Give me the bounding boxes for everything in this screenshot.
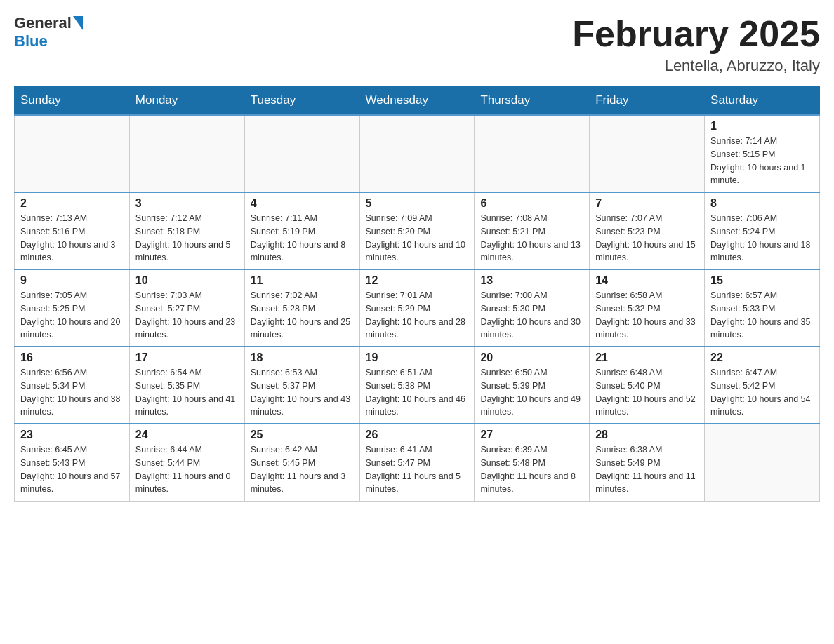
day-number: 25 xyxy=(251,429,354,441)
day-info: Sunrise: 6:51 AMSunset: 5:38 PMDaylight:… xyxy=(366,366,469,419)
calendar-cell xyxy=(705,424,820,501)
day-info: Sunrise: 6:50 AMSunset: 5:39 PMDaylight:… xyxy=(480,366,583,419)
calendar-cell: 23Sunrise: 6:45 AMSunset: 5:43 PMDayligh… xyxy=(15,424,130,501)
calendar-cell: 2Sunrise: 7:13 AMSunset: 5:16 PMDaylight… xyxy=(15,192,130,269)
day-number: 18 xyxy=(251,351,354,364)
day-info: Sunrise: 7:06 AMSunset: 5:24 PMDaylight:… xyxy=(710,212,814,264)
calendar-table: SundayMondayTuesdayWednesdayThursdayFrid… xyxy=(14,86,820,502)
day-number: 14 xyxy=(595,274,699,287)
title-block: February 2025 Lentella, Abruzzo, Italy xyxy=(572,14,820,75)
weekday-header-friday: Friday xyxy=(590,86,705,115)
day-info: Sunrise: 7:05 AMSunset: 5:25 PMDaylight:… xyxy=(20,289,124,342)
day-number: 21 xyxy=(595,351,699,364)
calendar-cell xyxy=(475,115,590,192)
day-number: 6 xyxy=(480,197,583,210)
month-title: February 2025 xyxy=(572,14,820,54)
day-info: Sunrise: 6:56 AMSunset: 5:34 PMDaylight:… xyxy=(20,366,124,419)
weekday-header-thursday: Thursday xyxy=(475,86,590,115)
calendar-cell: 26Sunrise: 6:41 AMSunset: 5:47 PMDayligh… xyxy=(359,424,475,501)
day-info: Sunrise: 6:53 AMSunset: 5:37 PMDaylight:… xyxy=(251,366,354,419)
day-number: 5 xyxy=(366,197,469,210)
weekday-header-monday: Monday xyxy=(129,86,244,115)
calendar-cell: 6Sunrise: 7:08 AMSunset: 5:21 PMDaylight… xyxy=(475,192,590,269)
calendar-cell: 8Sunrise: 7:06 AMSunset: 5:24 PMDaylight… xyxy=(705,192,820,269)
calendar-cell: 16Sunrise: 6:56 AMSunset: 5:34 PMDayligh… xyxy=(15,347,130,424)
day-number: 3 xyxy=(135,197,239,210)
weekday-header-row: SundayMondayTuesdayWednesdayThursdayFrid… xyxy=(15,86,820,115)
calendar-cell xyxy=(244,115,359,192)
day-info: Sunrise: 6:41 AMSunset: 5:47 PMDaylight:… xyxy=(366,443,469,496)
calendar-cell: 7Sunrise: 7:07 AMSunset: 5:23 PMDaylight… xyxy=(590,192,705,269)
day-number: 7 xyxy=(595,197,699,210)
calendar-cell: 11Sunrise: 7:02 AMSunset: 5:28 PMDayligh… xyxy=(244,269,359,347)
calendar-cell: 25Sunrise: 6:42 AMSunset: 5:45 PMDayligh… xyxy=(244,424,359,501)
day-info: Sunrise: 7:02 AMSunset: 5:28 PMDaylight:… xyxy=(251,289,354,342)
day-info: Sunrise: 7:13 AMSunset: 5:16 PMDaylight:… xyxy=(20,212,124,264)
day-info: Sunrise: 6:57 AMSunset: 5:33 PMDaylight:… xyxy=(710,289,814,342)
weekday-header-tuesday: Tuesday xyxy=(244,86,359,115)
weekday-header-saturday: Saturday xyxy=(705,86,820,115)
day-number: 13 xyxy=(480,274,583,287)
calendar-week-row: 16Sunrise: 6:56 AMSunset: 5:34 PMDayligh… xyxy=(15,347,820,424)
day-info: Sunrise: 6:42 AMSunset: 5:45 PMDaylight:… xyxy=(251,443,354,496)
calendar-cell xyxy=(15,115,130,192)
day-number: 28 xyxy=(595,429,699,441)
logo-blue-text: Blue xyxy=(14,32,48,50)
day-number: 10 xyxy=(135,274,239,287)
calendar-header: SundayMondayTuesdayWednesdayThursdayFrid… xyxy=(15,86,820,115)
day-info: Sunrise: 7:12 AMSunset: 5:18 PMDaylight:… xyxy=(135,212,239,264)
day-info: Sunrise: 7:03 AMSunset: 5:27 PMDaylight:… xyxy=(135,289,239,342)
calendar-cell: 9Sunrise: 7:05 AMSunset: 5:25 PMDaylight… xyxy=(15,269,130,347)
calendar-cell: 4Sunrise: 7:11 AMSunset: 5:19 PMDaylight… xyxy=(244,192,359,269)
day-info: Sunrise: 7:07 AMSunset: 5:23 PMDaylight:… xyxy=(595,212,699,264)
weekday-header-sunday: Sunday xyxy=(15,86,130,115)
day-info: Sunrise: 7:00 AMSunset: 5:30 PMDaylight:… xyxy=(480,289,583,342)
day-number: 26 xyxy=(366,429,469,441)
calendar-cell xyxy=(590,115,705,192)
day-number: 12 xyxy=(366,274,469,287)
weekday-header-wednesday: Wednesday xyxy=(359,86,475,115)
day-number: 4 xyxy=(251,197,354,210)
day-info: Sunrise: 6:39 AMSunset: 5:48 PMDaylight:… xyxy=(480,443,583,496)
day-number: 19 xyxy=(366,351,469,364)
calendar-week-row: 2Sunrise: 7:13 AMSunset: 5:16 PMDaylight… xyxy=(15,192,820,269)
calendar-cell: 20Sunrise: 6:50 AMSunset: 5:39 PMDayligh… xyxy=(475,347,590,424)
calendar-week-row: 1Sunrise: 7:14 AMSunset: 5:15 PMDaylight… xyxy=(15,115,820,192)
day-info: Sunrise: 7:14 AMSunset: 5:15 PMDaylight:… xyxy=(710,135,814,187)
logo: General Blue xyxy=(14,14,84,51)
day-number: 27 xyxy=(480,429,583,441)
day-info: Sunrise: 6:44 AMSunset: 5:44 PMDaylight:… xyxy=(135,443,239,496)
calendar-cell: 10Sunrise: 7:03 AMSunset: 5:27 PMDayligh… xyxy=(129,269,244,347)
day-info: Sunrise: 7:08 AMSunset: 5:21 PMDaylight:… xyxy=(480,212,583,264)
calendar-week-row: 9Sunrise: 7:05 AMSunset: 5:25 PMDaylight… xyxy=(15,269,820,347)
day-info: Sunrise: 6:38 AMSunset: 5:49 PMDaylight:… xyxy=(595,443,699,496)
page-header: General Blue February 2025 Lentella, Abr… xyxy=(14,14,820,75)
logo-general-text: General xyxy=(14,14,72,32)
day-number: 9 xyxy=(20,274,124,287)
calendar-cell: 19Sunrise: 6:51 AMSunset: 5:38 PMDayligh… xyxy=(359,347,475,424)
calendar-cell: 24Sunrise: 6:44 AMSunset: 5:44 PMDayligh… xyxy=(129,424,244,501)
day-number: 24 xyxy=(135,429,239,441)
calendar-cell: 18Sunrise: 6:53 AMSunset: 5:37 PMDayligh… xyxy=(244,347,359,424)
calendar-cell: 21Sunrise: 6:48 AMSunset: 5:40 PMDayligh… xyxy=(590,347,705,424)
day-number: 20 xyxy=(480,351,583,364)
calendar-cell: 12Sunrise: 7:01 AMSunset: 5:29 PMDayligh… xyxy=(359,269,475,347)
day-number: 16 xyxy=(20,351,124,364)
day-number: 17 xyxy=(135,351,239,364)
calendar-cell: 5Sunrise: 7:09 AMSunset: 5:20 PMDaylight… xyxy=(359,192,475,269)
day-number: 1 xyxy=(710,120,814,133)
day-number: 15 xyxy=(710,274,814,287)
calendar-cell: 13Sunrise: 7:00 AMSunset: 5:30 PMDayligh… xyxy=(475,269,590,347)
calendar-cell: 28Sunrise: 6:38 AMSunset: 5:49 PMDayligh… xyxy=(590,424,705,501)
day-number: 22 xyxy=(710,351,814,364)
calendar-cell: 3Sunrise: 7:12 AMSunset: 5:18 PMDaylight… xyxy=(129,192,244,269)
day-number: 11 xyxy=(251,274,354,287)
day-number: 2 xyxy=(20,197,124,210)
day-info: Sunrise: 6:54 AMSunset: 5:35 PMDaylight:… xyxy=(135,366,239,419)
logo-arrow-icon xyxy=(73,16,83,30)
calendar-cell xyxy=(359,115,475,192)
location-subtitle: Lentella, Abruzzo, Italy xyxy=(572,57,820,75)
calendar-week-row: 23Sunrise: 6:45 AMSunset: 5:43 PMDayligh… xyxy=(15,424,820,501)
calendar-cell: 17Sunrise: 6:54 AMSunset: 5:35 PMDayligh… xyxy=(129,347,244,424)
day-info: Sunrise: 6:45 AMSunset: 5:43 PMDaylight:… xyxy=(20,443,124,496)
